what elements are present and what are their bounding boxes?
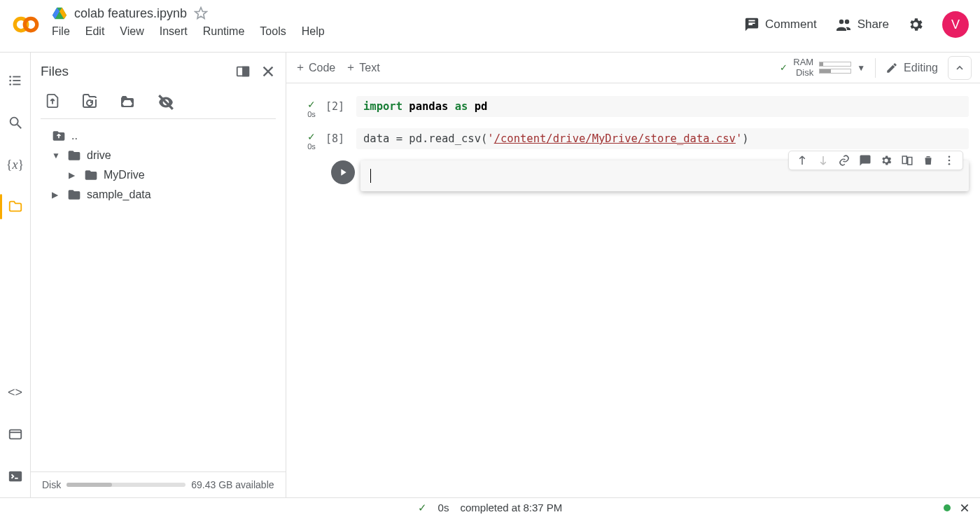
avatar[interactable]: V [942, 11, 969, 38]
code-snippets-icon[interactable]: <> [7, 384, 24, 401]
folder-icon [84, 168, 98, 182]
terminal-icon[interactable] [7, 468, 24, 485]
svg-point-10 [10, 118, 18, 125]
token-keyword: import [363, 100, 402, 113]
notebook-cells: ✓ 0s [2] import pandas as pd ✓ [286, 83, 980, 497]
search-icon[interactable] [7, 114, 24, 131]
star-icon[interactable] [194, 6, 208, 20]
svg-point-4 [9, 76, 11, 78]
editing-mode-button[interactable]: Editing [886, 62, 938, 74]
more-icon[interactable] [943, 154, 955, 167]
link-icon[interactable] [838, 154, 850, 167]
add-text-label: Text [359, 62, 379, 74]
colab-logo [11, 10, 41, 39]
comment-icon [744, 17, 760, 32]
share-icon [835, 16, 852, 33]
menu-tools[interactable]: Tools [260, 25, 286, 38]
tree-up[interactable]: .. [41, 126, 276, 146]
check-icon: ✓ [780, 62, 788, 73]
token-name: pandas [409, 100, 448, 113]
delete-icon[interactable] [922, 154, 934, 167]
notebook-title[interactable]: colab features.ipynb [74, 6, 187, 21]
tree-sample-data[interactable]: ▶ sample_data [41, 185, 276, 205]
files-title: Files [41, 64, 69, 79]
add-text-button[interactable]: ＋ Text [345, 60, 379, 75]
mount-drive-icon[interactable] [119, 93, 136, 111]
svg-point-24 [948, 156, 951, 158]
close-icon[interactable] [959, 502, 970, 513]
run-button[interactable] [331, 160, 355, 184]
code-body[interactable]: data = pd.read_csv('/content/drive/MyDri… [356, 128, 969, 149]
tree-drive[interactable]: ▼ drive [41, 146, 276, 165]
move-down-icon[interactable] [817, 154, 830, 167]
add-code-button[interactable]: ＋ Code [295, 60, 335, 75]
svg-point-26 [948, 163, 951, 165]
menu-edit[interactable]: Edit [85, 25, 105, 38]
tree-sample-data-label: sample_data [87, 188, 151, 201]
menu-view[interactable]: View [120, 25, 144, 38]
code-cell[interactable]: ✓ 0s [8] data = pd.read_csv('/content/dr… [298, 128, 969, 151]
chevron-down-icon[interactable]: ▼ [857, 63, 865, 73]
toggle-hidden-icon[interactable] [157, 93, 175, 111]
svg-point-3 [844, 20, 848, 24]
folder-icon [67, 188, 81, 202]
disk-label: Disk [796, 68, 813, 78]
editing-label: Editing [904, 62, 938, 74]
files-toolbar [31, 83, 286, 118]
pencil-icon [886, 62, 898, 74]
menu-file[interactable]: File [52, 25, 70, 38]
tree-up-label: .. [71, 130, 78, 142]
code-cell-active[interactable] [298, 160, 969, 191]
menu-insert[interactable]: Insert [160, 25, 188, 38]
ram-bar [819, 62, 851, 67]
menu-runtime[interactable]: Runtime [203, 25, 245, 38]
divider [41, 118, 276, 119]
svg-rect-22 [902, 156, 906, 164]
statusbar: ✓ 0s completed at 8:37 PM [0, 497, 980, 517]
variables-icon[interactable]: {x} [7, 156, 24, 173]
token-keyword: as [455, 100, 468, 113]
code-body[interactable]: import pandas as pd [356, 96, 969, 117]
svg-point-6 [9, 80, 11, 82]
plus-icon: ＋ [295, 60, 306, 75]
mirror-icon[interactable] [901, 154, 913, 167]
command-palette-icon[interactable] [7, 426, 24, 443]
svg-point-8 [9, 83, 11, 85]
cell-toolbar [788, 151, 963, 170]
files-icon[interactable] [7, 198, 24, 215]
svg-rect-12 [9, 430, 21, 439]
token-name: pd [475, 100, 488, 113]
add-code-label: Code [309, 62, 335, 74]
kernel-status-icon[interactable] [944, 504, 951, 511]
menu-help[interactable]: Help [302, 25, 325, 38]
upload-icon[interactable] [45, 93, 60, 111]
code-cell[interactable]: ✓ 0s [2] import pandas as pd [298, 96, 969, 118]
comment-icon[interactable] [859, 154, 872, 167]
svg-rect-17 [243, 67, 248, 76]
check-icon: ✓ [418, 502, 427, 514]
chevron-down-icon: ▼ [52, 151, 62, 160]
refresh-icon[interactable] [81, 93, 98, 111]
ram-label: RAM [793, 57, 813, 67]
svg-rect-5 [13, 76, 20, 78]
svg-line-11 [17, 125, 21, 129]
tree-mydrive[interactable]: ▶ MyDrive [41, 165, 276, 185]
share-button[interactable]: Share [835, 16, 889, 33]
close-icon[interactable] [260, 64, 276, 79]
resources-indicator[interactable]: ✓ RAM Disk ▼ [780, 57, 865, 78]
panel-popout-icon[interactable] [235, 64, 251, 79]
files-panel: Files [31, 53, 286, 497]
status-message: completed at 8:37 PM [460, 502, 562, 513]
plus-icon: ＋ [345, 60, 356, 75]
toc-icon[interactable] [7, 72, 24, 89]
settings-icon[interactable] [907, 16, 924, 33]
token-string: ' [736, 132, 742, 145]
svg-rect-7 [13, 80, 20, 81]
disk-available: 69.43 GB available [191, 479, 274, 490]
svg-point-25 [948, 160, 951, 162]
move-up-icon[interactable] [796, 154, 808, 167]
comment-button[interactable]: Comment [744, 17, 817, 32]
collapse-toolbar-button[interactable] [948, 56, 972, 80]
exec-time: 0s [307, 110, 316, 118]
gear-icon[interactable] [880, 154, 892, 167]
